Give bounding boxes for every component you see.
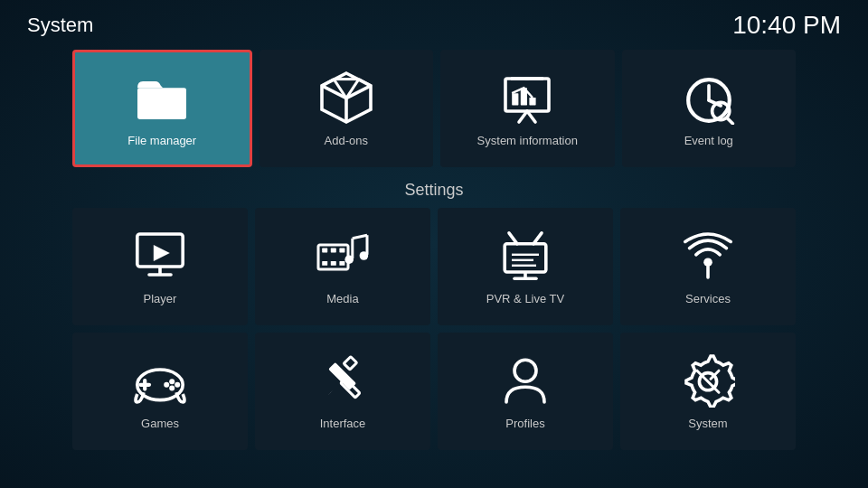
svg-rect-30	[339, 248, 344, 252]
svg-line-22	[727, 117, 733, 124]
svg-rect-0	[137, 88, 186, 119]
settings-row-2: Games Interface	[72, 333, 796, 450]
event-log-icon	[682, 70, 736, 125]
tile-event-log-label: Event log	[684, 134, 733, 147]
svg-point-37	[344, 255, 354, 264]
settings-grid: Player	[72, 208, 796, 457]
media-icon	[316, 229, 370, 283]
tile-profiles[interactable]: Profiles	[438, 333, 613, 450]
svg-rect-29	[331, 248, 336, 252]
svg-rect-39	[505, 243, 546, 271]
games-icon	[133, 353, 187, 408]
app-title: System	[27, 14, 93, 37]
tile-system-information-label: System information	[477, 134, 578, 147]
tile-player-label: Player	[144, 292, 177, 305]
profiles-icon	[498, 353, 552, 408]
tile-system-settings[interactable]: System	[620, 333, 796, 450]
svg-line-12	[527, 111, 535, 122]
tile-add-ons-label: Add-ons	[325, 134, 368, 147]
svg-rect-33	[339, 261, 344, 266]
svg-marker-24	[154, 245, 170, 261]
settings-row-1: Player	[72, 208, 796, 325]
system-information-icon	[500, 70, 554, 125]
file-manager-icon	[135, 70, 189, 125]
tile-media[interactable]: Media	[255, 208, 430, 325]
tile-games[interactable]: Games	[72, 333, 248, 450]
interface-icon	[316, 353, 370, 408]
tile-file-manager-label: File manager	[127, 134, 196, 147]
svg-point-52	[169, 379, 175, 384]
services-icon	[681, 229, 735, 283]
system-settings-icon	[681, 353, 735, 408]
svg-marker-57	[327, 389, 335, 396]
svg-rect-31	[322, 261, 327, 266]
svg-rect-32	[331, 261, 336, 266]
tile-profiles-label: Profiles	[505, 417, 544, 430]
tile-player[interactable]: Player	[72, 208, 248, 325]
tile-system-settings-label: System	[688, 417, 727, 430]
tile-services-label: Services	[685, 292, 731, 305]
svg-rect-15	[512, 93, 518, 105]
svg-rect-28	[322, 248, 327, 252]
svg-line-11	[519, 111, 527, 122]
header: System 10:40 PM	[0, 0, 868, 51]
svg-line-6	[322, 79, 334, 85]
svg-line-34	[353, 235, 367, 239]
tile-pvr-live-tv-label: PVR & Live TV	[486, 292, 564, 305]
top-tile-row: File manager Add-ons	[72, 50, 796, 167]
svg-rect-58	[344, 356, 356, 369]
tile-event-log[interactable]: Event log	[622, 50, 797, 167]
svg-point-53	[175, 381, 180, 387]
svg-point-60	[514, 360, 536, 381]
svg-rect-17	[530, 98, 536, 105]
tile-media-label: Media	[326, 292, 358, 305]
tile-file-manager[interactable]: File manager	[72, 50, 252, 167]
clock: 10:40 PM	[732, 11, 841, 40]
pvr-live-tv-icon	[498, 229, 552, 283]
player-icon	[133, 229, 187, 283]
svg-line-8	[359, 79, 371, 85]
svg-point-54	[169, 385, 175, 390]
tile-services[interactable]: Services	[620, 208, 796, 325]
svg-point-38	[360, 251, 369, 260]
tile-interface[interactable]: Interface	[255, 333, 430, 450]
tile-add-ons[interactable]: Add-ons	[259, 50, 434, 167]
svg-point-55	[164, 381, 169, 387]
tile-pvr-live-tv[interactable]: PVR & Live TV	[438, 208, 613, 325]
settings-section-label: Settings	[0, 181, 868, 200]
tile-games-label: Games	[141, 417, 179, 430]
tile-system-information[interactable]: System information	[440, 50, 615, 167]
add-ons-icon	[319, 70, 373, 125]
tile-interface-label: Interface	[320, 417, 366, 430]
